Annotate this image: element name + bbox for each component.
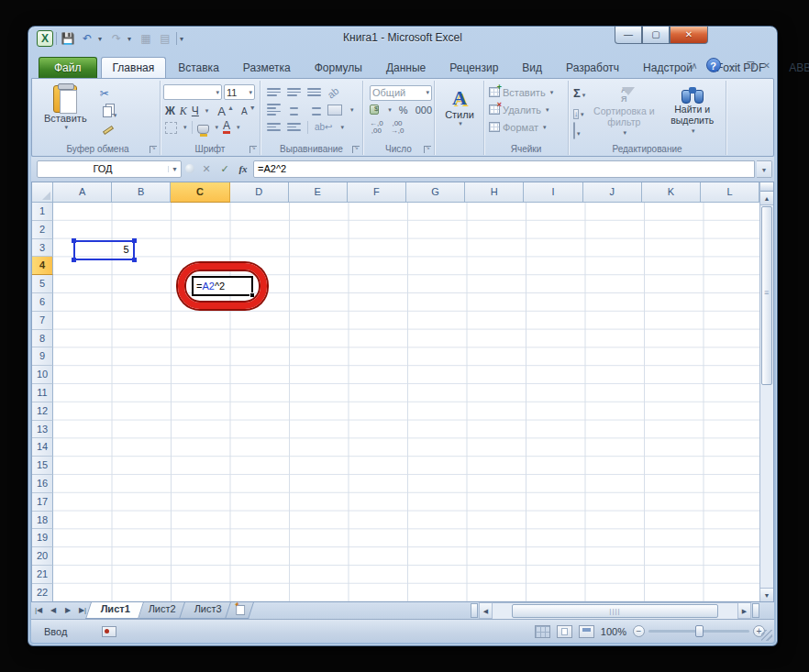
vertical-split-handle[interactable] bbox=[760, 182, 773, 192]
clipboard-dialog-launcher-icon[interactable] bbox=[150, 146, 157, 153]
column-header-I[interactable]: I bbox=[524, 182, 582, 203]
align-left-icon[interactable] bbox=[267, 104, 281, 115]
name-box-dropdown-icon[interactable]: ▼ bbox=[168, 166, 181, 172]
column-header-E[interactable]: E bbox=[289, 182, 348, 203]
row-header-7[interactable]: 7 bbox=[32, 312, 53, 330]
paste-dropdown-icon[interactable]: ▾ bbox=[65, 124, 69, 131]
scroll-left-icon[interactable]: ◀ bbox=[479, 602, 493, 619]
row-header-21[interactable]: 21 bbox=[32, 566, 53, 584]
column-header-J[interactable]: J bbox=[583, 182, 642, 203]
zoom-thumb[interactable] bbox=[695, 625, 704, 637]
align-center-icon[interactable] bbox=[287, 104, 301, 115]
tab-вид[interactable]: Вид bbox=[510, 57, 554, 78]
vertical-scroll-thumb[interactable] bbox=[761, 206, 772, 385]
cut-button[interactable]: ✂ bbox=[100, 86, 117, 101]
font-dialog-launcher-icon[interactable] bbox=[249, 146, 257, 153]
font-size-combo[interactable]: 11▾ bbox=[224, 84, 255, 100]
doc-restore-icon[interactable]: ❐ bbox=[747, 61, 755, 71]
increase-decimal-icon[interactable]: ←,0,00 bbox=[370, 120, 383, 135]
decrease-decimal-icon[interactable]: ,00→,0 bbox=[391, 120, 404, 135]
tab-разметка[interactable]: Разметка bbox=[231, 57, 303, 78]
bold-button[interactable]: Ж bbox=[165, 105, 175, 117]
column-header-G[interactable]: G bbox=[406, 182, 465, 203]
row-header-15[interactable]: 15 bbox=[32, 457, 53, 475]
row-header-10[interactable]: 10 bbox=[32, 366, 53, 384]
horizontal-split-handle[interactable] bbox=[752, 603, 759, 618]
horizontal-scrollbar[interactable]: ◀ |||| ▶ bbox=[470, 602, 760, 619]
styles-button[interactable]: А Стили ▾ bbox=[438, 83, 482, 142]
cell-area[interactable]: 5 =A2^2 bbox=[53, 203, 759, 601]
row-header-1[interactable]: 1 bbox=[32, 203, 53, 221]
column-header-D[interactable]: D bbox=[230, 182, 289, 203]
copy-button[interactable]: ▾ bbox=[100, 104, 117, 118]
fill-button[interactable]: ↓▾ bbox=[573, 104, 585, 120]
scroll-down-icon[interactable]: ▼ bbox=[760, 588, 773, 601]
align-top-icon[interactable] bbox=[267, 88, 281, 96]
wrap-text-icon[interactable]: ab↩ bbox=[315, 122, 333, 132]
name-box[interactable]: ГОД ▼ bbox=[37, 160, 182, 178]
select-all-corner[interactable] bbox=[32, 182, 53, 203]
align-middle-icon[interactable] bbox=[287, 88, 301, 96]
row-header-17[interactable]: 17 bbox=[32, 493, 53, 512]
tab-данные[interactable]: Данные bbox=[374, 57, 438, 78]
tab-разработч[interactable]: Разработч bbox=[554, 57, 631, 78]
autosum-button[interactable]: Σ▾ bbox=[573, 84, 585, 101]
doc-minimize-icon[interactable]: — bbox=[729, 61, 738, 71]
insert-cells-button[interactable]: Вставить▾ bbox=[487, 83, 566, 101]
macro-record-icon[interactable] bbox=[102, 626, 116, 637]
number-dialog-launcher-icon[interactable] bbox=[424, 146, 431, 153]
insert-sheet-tab[interactable] bbox=[225, 602, 254, 619]
row-header-5[interactable]: 5 bbox=[32, 275, 53, 293]
fill-color-icon[interactable] bbox=[197, 125, 209, 134]
horizontal-scroll-track[interactable]: |||| bbox=[493, 602, 737, 619]
row-header-6[interactable]: 6 bbox=[32, 293, 53, 312]
row-header-12[interactable]: 12 bbox=[32, 402, 53, 421]
tab-главная[interactable]: Главная bbox=[101, 57, 167, 78]
tab-abbyy-pdf[interactable]: ABBYY PDF bbox=[777, 57, 809, 78]
format-cells-button[interactable]: Формат▾ bbox=[487, 118, 566, 136]
tab-split-handle[interactable] bbox=[471, 603, 478, 618]
row-header-20[interactable]: 20 bbox=[32, 547, 53, 566]
row-header-9[interactable]: 9 bbox=[32, 347, 53, 366]
prev-sheet-icon[interactable]: ◀ bbox=[46, 602, 61, 619]
row-header-3[interactable]: 3 bbox=[32, 239, 53, 258]
scroll-up-icon[interactable]: ▲ bbox=[760, 192, 773, 205]
borders-icon[interactable] bbox=[165, 122, 177, 134]
horizontal-scroll-thumb[interactable]: |||| bbox=[512, 604, 717, 618]
page-layout-view-icon[interactable] bbox=[557, 625, 572, 638]
row-header-8[interactable]: 8 bbox=[32, 330, 53, 348]
normal-view-icon[interactable] bbox=[535, 625, 550, 638]
format-painter-button[interactable] bbox=[100, 121, 117, 136]
column-header-K[interactable]: K bbox=[642, 182, 701, 203]
resize-grip-icon[interactable] bbox=[761, 630, 772, 641]
row-header-18[interactable]: 18 bbox=[32, 512, 53, 530]
row-header-13[interactable]: 13 bbox=[32, 421, 53, 439]
enter-entry-button[interactable]: ✓ bbox=[216, 161, 233, 177]
delete-cells-button[interactable]: Удалить▾ bbox=[487, 101, 566, 118]
cancel-entry-button[interactable]: ✕ bbox=[198, 161, 215, 177]
vertical-scrollbar[interactable]: ▲ ▼ bbox=[759, 182, 773, 601]
tab-file[interactable]: Файл bbox=[39, 57, 97, 78]
font-color-button[interactable]: А bbox=[223, 121, 230, 134]
clear-button[interactable]: ▾ bbox=[573, 123, 585, 139]
edit-cell-C4[interactable]: =A2^2 bbox=[192, 276, 253, 296]
referenced-cell-A2[interactable]: 5 bbox=[73, 240, 135, 260]
doc-close-icon[interactable]: ✕ bbox=[763, 61, 770, 71]
percent-button[interactable]: % bbox=[399, 105, 408, 116]
thousands-button[interactable]: 000 bbox=[416, 105, 432, 116]
tab-вставка[interactable]: Вставка bbox=[166, 57, 231, 78]
first-sheet-icon[interactable]: |◀ bbox=[31, 602, 46, 619]
zoom-out-icon[interactable]: − bbox=[633, 625, 645, 637]
zoom-track[interactable] bbox=[648, 630, 749, 633]
row-header-11[interactable]: 11 bbox=[32, 384, 53, 402]
shrink-font-button[interactable]: А bbox=[241, 106, 248, 116]
help-icon[interactable]: ? bbox=[706, 58, 721, 72]
row-header-22[interactable]: 22 bbox=[32, 584, 53, 602]
orientation-icon[interactable]: ab bbox=[326, 84, 341, 100]
column-header-H[interactable]: H bbox=[465, 182, 524, 203]
minimize-button[interactable]: — bbox=[615, 27, 642, 44]
find-select-button[interactable]: Найти и выделить▾ bbox=[660, 83, 724, 142]
page-break-view-icon[interactable] bbox=[579, 625, 594, 638]
column-header-F[interactable]: F bbox=[348, 182, 406, 203]
row-header-2[interactable]: 2 bbox=[32, 221, 53, 239]
